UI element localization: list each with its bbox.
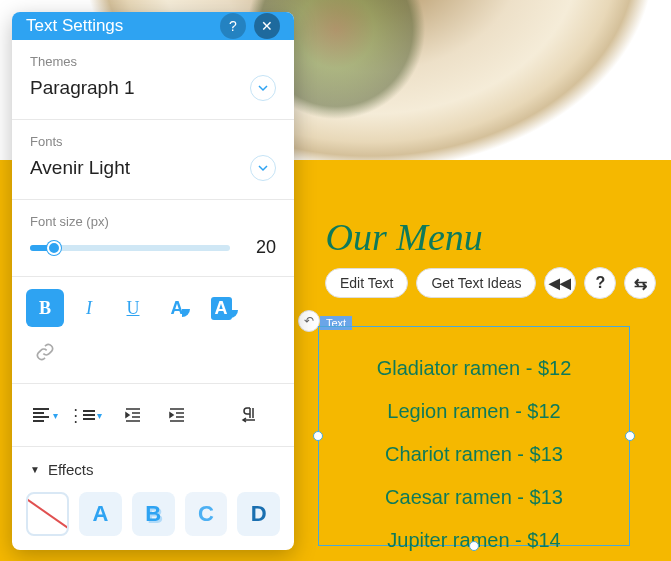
italic-button[interactable]: I: [70, 289, 108, 327]
expand-toolbar-button[interactable]: ◀◀: [544, 267, 576, 299]
text-color-button[interactable]: A: [158, 289, 196, 327]
rtl-icon: [240, 406, 258, 424]
themes-section: Themes Paragraph 1: [12, 40, 294, 120]
indent-increase-icon: [168, 406, 186, 424]
undo-button[interactable]: ↶: [298, 310, 320, 332]
align-button[interactable]: ▾: [26, 396, 64, 434]
text-direction-button[interactable]: [230, 396, 268, 434]
selected-text-box[interactable]: Gladiator ramen - $12 Legion ramen - $12…: [318, 326, 630, 546]
fontsize-section: Font size (px) 20: [12, 200, 294, 277]
themes-value: Paragraph 1: [30, 77, 135, 99]
themes-label: Themes: [30, 54, 276, 69]
effects-label: Effects: [48, 461, 94, 478]
fonts-label: Fonts: [30, 134, 276, 149]
chevron-down-icon: [257, 82, 269, 94]
menu-items-text[interactable]: Gladiator ramen - $12 Legion ramen - $12…: [319, 327, 629, 552]
themes-dropdown-button[interactable]: [250, 75, 276, 101]
highlight-icon: A: [211, 297, 232, 320]
paragraph-format-row: ▾ ▾: [12, 384, 294, 447]
link-button[interactable]: [26, 333, 64, 371]
highlight-color-button[interactable]: A: [202, 289, 240, 327]
effect-d-tile[interactable]: D: [237, 492, 280, 536]
chevron-down-icon: [257, 162, 269, 174]
slider-thumb[interactable]: [47, 241, 61, 255]
undo-icon: ↶: [304, 314, 314, 328]
chevron-down-icon: ▾: [97, 410, 102, 421]
effect-none-tile[interactable]: [26, 492, 69, 536]
fontsize-value[interactable]: 20: [242, 237, 276, 258]
link-icon: [35, 342, 55, 362]
underline-button[interactable]: U: [114, 289, 152, 327]
text-settings-panel: Text Settings ? ✕ Themes Paragraph 1 Fon…: [12, 12, 294, 550]
resize-handle-bottom[interactable]: [469, 541, 479, 551]
menu-item: Legion ramen - $12: [319, 400, 629, 423]
menu-item: Caesar ramen - $13: [319, 486, 629, 509]
swap-icon: ⇆: [634, 274, 647, 293]
swap-button[interactable]: ⇆: [624, 267, 656, 299]
question-icon: ?: [229, 18, 237, 34]
chevron-down-icon: ▾: [53, 410, 58, 421]
close-icon: ✕: [261, 18, 273, 34]
panel-title: Text Settings: [26, 16, 123, 36]
help-button[interactable]: ?: [584, 267, 616, 299]
text-color-icon: A: [171, 298, 184, 319]
fonts-dropdown-button[interactable]: [250, 155, 276, 181]
indent-increase-button[interactable]: [158, 396, 196, 434]
effects-tiles: A B C D: [12, 492, 294, 550]
effects-toggle[interactable]: ▼ Effects: [12, 447, 294, 492]
panel-close-button[interactable]: ✕: [254, 13, 280, 39]
menu-heading: Our Menu: [326, 215, 483, 259]
effect-c-tile[interactable]: C: [185, 492, 228, 536]
bold-icon: B: [39, 298, 51, 319]
panel-help-button[interactable]: ?: [220, 13, 246, 39]
text-element-toolbar: Edit Text Get Text Ideas ◀◀ ? ⇆: [325, 267, 656, 299]
get-text-ideas-button[interactable]: Get Text Ideas: [416, 268, 536, 298]
resize-handle-left[interactable]: [313, 431, 323, 441]
fonts-value: Avenir Light: [30, 157, 130, 179]
indent-decrease-icon: [124, 406, 142, 424]
effect-a-tile[interactable]: A: [79, 492, 122, 536]
bullet-list-icon: [77, 410, 93, 420]
bold-button[interactable]: B: [26, 289, 64, 327]
fonts-section: Fonts Avenir Light: [12, 120, 294, 200]
resize-handle-right[interactable]: [625, 431, 635, 441]
underline-icon: U: [127, 298, 140, 319]
triangle-down-icon: ▼: [30, 464, 40, 475]
double-chevron-left-icon: ◀◀: [549, 275, 571, 291]
list-button[interactable]: ▾: [70, 396, 108, 434]
fontsize-label: Font size (px): [30, 214, 276, 229]
italic-icon: I: [86, 298, 92, 319]
character-format-row: B I U A A: [12, 277, 294, 384]
panel-header: Text Settings ? ✕: [12, 12, 294, 40]
effect-b-tile[interactable]: B: [132, 492, 175, 536]
indent-decrease-button[interactable]: [114, 396, 152, 434]
menu-item: Gladiator ramen - $12: [319, 357, 629, 380]
question-icon: ?: [596, 274, 606, 292]
align-left-icon: [33, 408, 49, 422]
edit-text-button[interactable]: Edit Text: [325, 268, 408, 298]
menu-item: Chariot ramen - $13: [319, 443, 629, 466]
fontsize-slider[interactable]: [30, 245, 230, 251]
